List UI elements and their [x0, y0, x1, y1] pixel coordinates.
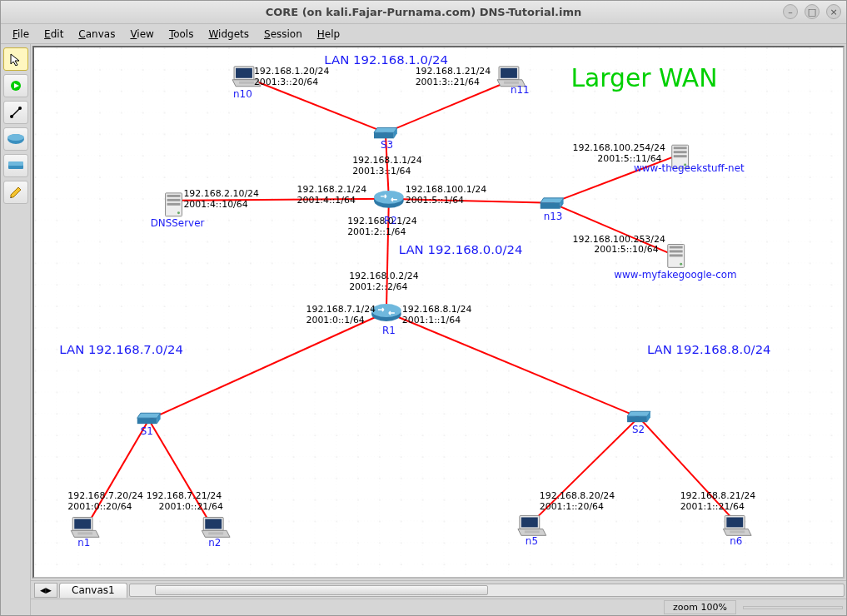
- canvas-tabs-row: ◀▶ Canvas1: [31, 580, 846, 599]
- status-empty: [743, 606, 843, 609]
- node-s3[interactable]: [374, 127, 397, 138]
- r1-up-ip: 192.168.0.2/24: [349, 271, 419, 281]
- n11-label: n11: [511, 84, 530, 96]
- r1-right-ip6: 2001:1::1/64: [402, 315, 461, 325]
- s1-label: S1: [141, 425, 153, 437]
- r2-left-ip: 192.168.2.1/24: [297, 184, 367, 195]
- r2-left-ip6: 2001:4::1/64: [297, 195, 356, 206]
- r2-up-ip6: 2001:3::1/64: [352, 166, 411, 176]
- node-fakegoogle[interactable]: [668, 245, 685, 268]
- n6-ip6: 2001:1::21/64: [680, 501, 745, 512]
- goog-ip: 192.168.100.253/24: [572, 234, 665, 245]
- dns-ip6: 2001:4::10/64: [183, 199, 247, 210]
- pencil-icon: [8, 185, 23, 200]
- play-icon: [10, 80, 22, 92]
- n5-label: n5: [526, 535, 538, 547]
- r1-left-ip: 192.168.7.1/24: [306, 304, 376, 315]
- tool-select[interactable]: [3, 47, 28, 71]
- tool-run[interactable]: [3, 74, 28, 97]
- n10-label: n10: [233, 88, 252, 100]
- window-minimize-button[interactable]: –: [783, 4, 798, 19]
- network-canvas[interactable]: 192.168.1.20/24 2001:3::20/64 n10 192.16…: [34, 47, 843, 577]
- menu-widgets[interactable]: Widgets: [202, 27, 256, 42]
- tabs-scroll-left[interactable]: ◀▶: [34, 583, 57, 598]
- svg-rect-7: [8, 161, 23, 166]
- n1-ip: 192.168.7.20/24: [67, 490, 143, 501]
- node-r2[interactable]: [374, 191, 404, 208]
- r2-right-ip: 192.168.100.1/24: [406, 184, 487, 195]
- r2-down-ip: 192.168.0.1/24: [347, 216, 417, 226]
- tool-switch[interactable]: [3, 154, 28, 177]
- status-bar: zoom 100%: [31, 599, 846, 615]
- n10-ip: 192.168.1.20/24: [254, 66, 330, 77]
- r2-right-ip6: 2001:5::1/64: [406, 195, 464, 206]
- n6-label: n6: [730, 535, 742, 547]
- r2-down-ip6: 2001:2::1/64: [347, 226, 406, 237]
- lan1-label: LAN 192.168.1.0/24: [324, 52, 448, 67]
- menu-session[interactable]: Session: [257, 27, 309, 42]
- node-dnsserver[interactable]: [166, 193, 182, 216]
- n2-ip: 192.168.7.21/24: [147, 490, 222, 501]
- menu-canvas[interactable]: Canvas: [72, 27, 122, 42]
- menu-file[interactable]: File: [6, 27, 36, 42]
- n5-ip: 192.168.8.20/24: [540, 490, 615, 501]
- goog-label: www-myfakegoogle-com: [614, 269, 736, 281]
- cursor-icon: [9, 52, 22, 66]
- r2-up-ip: 192.168.1.1/24: [352, 155, 422, 166]
- n10-ip6: 2001:3::20/64: [254, 77, 318, 87]
- n2-label: n2: [208, 537, 221, 549]
- dns-label: DNSServer: [151, 217, 205, 229]
- status-zoom: zoom 100%: [664, 600, 736, 614]
- geek-label: www-thegeekstuff-net: [634, 162, 745, 174]
- horizontal-scrollbar[interactable]: [129, 584, 845, 597]
- window-titlebar: CORE (on kali.Fajar-Purnama.com) DNS-Tut…: [1, 1, 846, 24]
- node-s2[interactable]: [627, 411, 650, 422]
- lan0-label: LAN 192.168.0.0/24: [399, 242, 523, 257]
- r1-label: R1: [382, 325, 396, 336]
- tab-canvas1[interactable]: Canvas1: [59, 583, 127, 598]
- n1-label: n1: [77, 537, 90, 549]
- r1-up-ip6: 2001:2::2/64: [349, 281, 407, 292]
- menu-view[interactable]: View: [123, 27, 160, 42]
- geek-ip: 192.168.100.254/24: [572, 142, 665, 153]
- n6-ip: 192.168.8.21/24: [680, 490, 756, 501]
- menu-edit[interactable]: Edit: [37, 27, 70, 42]
- tool-link[interactable]: [3, 101, 28, 124]
- n11-ip6: 2001:3::21/64: [416, 77, 480, 87]
- window-close-button[interactable]: ×: [826, 4, 841, 19]
- router-icon: [7, 132, 25, 146]
- s3-label: S3: [381, 139, 393, 151]
- window-title: CORE (on kali.Fajar-Purnama.com) DNS-Tut…: [1, 6, 846, 18]
- goog-ip6: 2001:5::10/64: [594, 244, 658, 255]
- n13-label: n13: [544, 211, 563, 222]
- lan8-label: LAN 192.168.8.0/24: [647, 342, 771, 357]
- n1-ip6: 2001:0::20/64: [67, 501, 132, 512]
- svg-point-5: [7, 134, 24, 141]
- menu-help[interactable]: Help: [311, 27, 346, 42]
- banner-title: Larger WAN: [571, 63, 718, 92]
- svg-line-3: [12, 108, 20, 117]
- menu-tools[interactable]: Tools: [162, 27, 201, 42]
- canvas-viewport[interactable]: 192.168.1.20/24 2001:3::20/64 n10 192.16…: [32, 46, 845, 579]
- s2-label: S2: [632, 424, 645, 435]
- node-n13[interactable]: [541, 198, 564, 209]
- switch-icon: [7, 160, 25, 171]
- dns-ip: 192.168.2.10/24: [183, 188, 259, 199]
- toolbar: [1, 44, 31, 615]
- n2-ip6: 2001:0::21/64: [159, 501, 223, 512]
- node-r1[interactable]: [371, 304, 401, 321]
- tool-annotate[interactable]: [3, 181, 28, 204]
- link-icon: [8, 105, 23, 120]
- n5-ip6: 2001:1::20/64: [540, 501, 604, 512]
- lan7-label: LAN 192.168.7.0/24: [59, 342, 183, 357]
- r1-left-ip6: 2001:0::1/64: [306, 315, 365, 325]
- tool-router[interactable]: [3, 127, 28, 151]
- node-s1[interactable]: [137, 413, 161, 424]
- menubar: File Edit Canvas View Tools Widgets Sess…: [1, 24, 846, 44]
- r1-right-ip: 192.168.8.1/24: [402, 304, 472, 315]
- window-maximize-button[interactable]: □: [805, 4, 820, 19]
- scrollbar-thumb[interactable]: [155, 585, 488, 595]
